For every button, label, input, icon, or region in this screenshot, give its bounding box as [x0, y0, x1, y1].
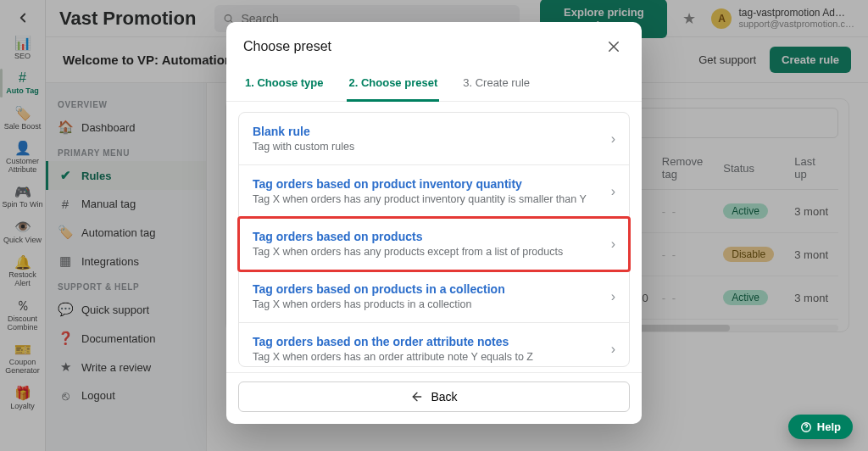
help-widget[interactable]: Help — [788, 415, 853, 439]
preset-title: Blank rule — [253, 125, 354, 138]
chevron-right-icon: › — [611, 184, 615, 199]
choose-preset-modal: Choose preset 1. Choose type 2. Choose p… — [226, 22, 642, 424]
preset-order-attribute-notes[interactable]: Tag orders based on the order attribute … — [239, 323, 629, 366]
preset-desc: Tag X when orders has an order attribute… — [253, 351, 533, 363]
close-icon — [606, 39, 621, 54]
preset-title: Tag orders based on products in a collec… — [253, 282, 505, 296]
modal-overlay[interactable]: Choose preset 1. Choose type 2. Choose p… — [0, 0, 868, 451]
chevron-right-icon: › — [611, 237, 615, 252]
help-label: Help — [817, 420, 841, 433]
preset-products-in-collection[interactable]: Tag orders based on products in a collec… — [239, 270, 629, 323]
arrow-left-icon — [410, 390, 424, 404]
modal-steps: 1. Choose type 2. Choose preset 3. Creat… — [226, 68, 642, 102]
preset-title: Tag orders based on products — [253, 230, 563, 243]
preset-list: Blank ruleTag with custom rules › Tag or… — [226, 102, 642, 372]
modal-back-button[interactable]: Back — [238, 381, 630, 412]
preset-blank-rule[interactable]: Blank ruleTag with custom rules › — [239, 113, 629, 165]
question-circle-icon — [800, 421, 812, 433]
modal-title: Choose preset — [243, 39, 331, 54]
chevron-right-icon: › — [611, 131, 615, 147]
chevron-right-icon: › — [611, 289, 615, 304]
app-root: 📊SEO #Auto Tag 🏷️Sale Boost 👤Customer At… — [0, 0, 868, 451]
step-choose-type[interactable]: 1. Choose type — [243, 68, 325, 101]
preset-desc: Tag X when orders has any product invent… — [253, 193, 587, 205]
svg-point-6 — [805, 429, 806, 430]
step-create-rule[interactable]: 3. Create rule — [461, 68, 531, 101]
preset-title: Tag orders based on product inventory qu… — [253, 177, 587, 191]
preset-desc: Tag with custom rules — [253, 141, 354, 153]
preset-desc: Tag X when orders has any products excep… — [253, 246, 563, 258]
preset-inventory-quantity[interactable]: Tag orders based on product inventory qu… — [239, 165, 629, 218]
preset-title: Tag orders based on the order attribute … — [253, 335, 533, 348]
chevron-right-icon: › — [611, 342, 615, 357]
modal-close-button[interactable] — [603, 36, 625, 58]
preset-desc: Tag X when orders has products in a coll… — [253, 298, 505, 310]
step-choose-preset[interactable]: 2. Choose preset — [347, 68, 439, 102]
preset-based-on-products[interactable]: Tag orders based on productsTag X when o… — [239, 218, 629, 270]
back-label: Back — [431, 390, 457, 404]
